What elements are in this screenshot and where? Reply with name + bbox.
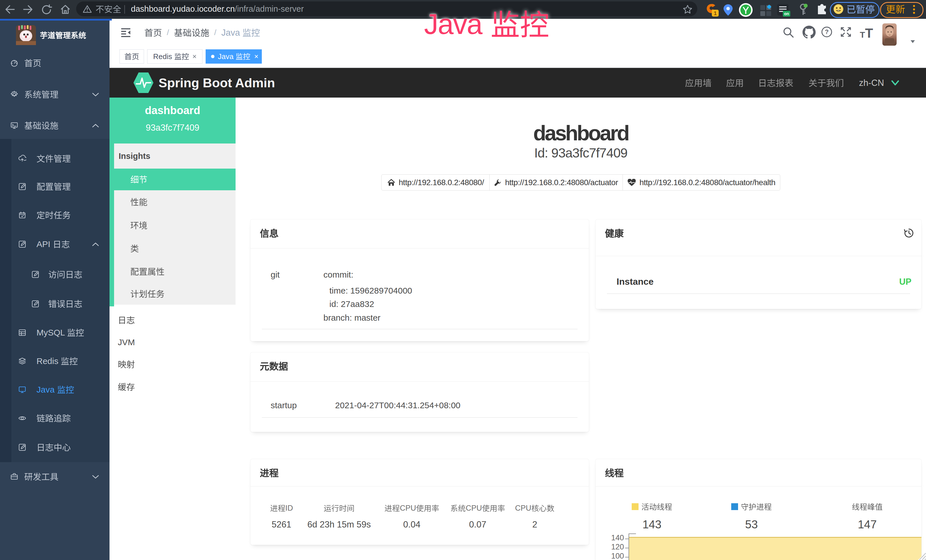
svg-text:1: 1: [714, 10, 717, 16]
svg-text:on: on: [784, 11, 789, 16]
svg-text:?: ?: [825, 28, 828, 35]
